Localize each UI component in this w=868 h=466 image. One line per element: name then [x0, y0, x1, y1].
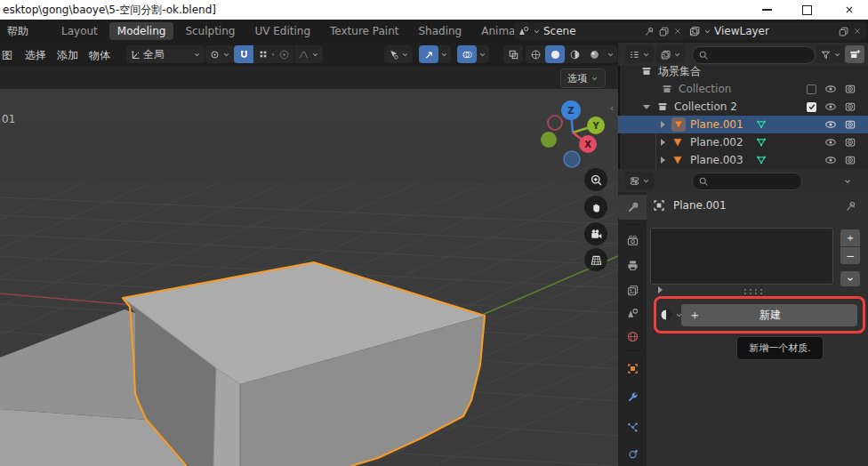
- select-menu[interactable]: 选择: [25, 48, 46, 63]
- menu-help[interactable]: 帮助: [0, 20, 36, 43]
- new-collection-button[interactable]: [845, 45, 864, 63]
- overlays-dropdown[interactable]: [457, 45, 489, 63]
- add-menu[interactable]: 添加: [57, 48, 78, 63]
- chevron-down-icon[interactable]: [607, 51, 615, 59]
- close-button[interactable]: [834, 0, 864, 20]
- view-layer-selector[interactable]: ViewLayer: [685, 22, 866, 40]
- tab-world[interactable]: [618, 324, 647, 349]
- eye-icon[interactable]: [824, 136, 837, 149]
- tab-object[interactable]: [618, 356, 647, 381]
- add-slot-button[interactable]: ＋: [840, 229, 860, 246]
- view-menu[interactable]: 图: [2, 48, 12, 63]
- expand-triangle-icon[interactable]: [661, 121, 665, 128]
- slot-specials-dropdown[interactable]: [840, 271, 860, 286]
- pin-icon[interactable]: [644, 26, 655, 37]
- mesh-object-icon: [671, 136, 684, 149]
- expand-triangle-icon[interactable]: [661, 157, 665, 164]
- resize-grip[interactable]: [743, 288, 763, 294]
- workspace-tab-shading[interactable]: Shading: [410, 22, 470, 40]
- view-layer-icon: [626, 284, 639, 297]
- properties-search-input[interactable]: [692, 173, 802, 190]
- tab-view-layer[interactable]: [618, 277, 647, 302]
- eye-icon[interactable]: [824, 118, 837, 131]
- tab-tool[interactable]: [618, 195, 647, 220]
- filter-dropdown[interactable]: [816, 45, 845, 63]
- navigation-gizmo[interactable]: Z Y X: [532, 92, 614, 173]
- workspace-tab-modeling[interactable]: Modeling: [109, 22, 174, 40]
- tab-render[interactable]: [618, 228, 647, 253]
- collapse-triangle-icon[interactable]: [643, 105, 650, 109]
- xray-toggle[interactable]: [503, 45, 523, 63]
- eye-icon[interactable]: [824, 154, 837, 166]
- camera-visibility-icon[interactable]: [844, 118, 856, 131]
- proportional-falloff-dropdown[interactable]: [294, 45, 323, 63]
- outliner-row-collection[interactable]: Collection: [618, 80, 868, 98]
- chevron-down-icon[interactable]: [843, 177, 852, 186]
- cursor-select-icon: [388, 49, 399, 60]
- display-mode-dropdown[interactable]: [656, 45, 685, 63]
- outliner-row-scene-collection[interactable]: 场景集合: [618, 62, 868, 80]
- tab-output[interactable]: [618, 253, 647, 277]
- transform-orientation-dropdown[interactable]: 全局: [126, 45, 205, 63]
- outliner-row-collection2[interactable]: Collection 2: [618, 98, 868, 116]
- viewport-3d[interactable]: 01 ‹ Z Y X: [0, 89, 618, 466]
- shading-rendered-button[interactable]: [584, 45, 604, 63]
- chevron-down-icon: [478, 51, 486, 59]
- view-layer-name[interactable]: ViewLayer: [714, 25, 835, 37]
- zoom-button[interactable]: [584, 168, 607, 191]
- tab-scene[interactable]: [618, 301, 647, 325]
- remove-view-layer-icon[interactable]: [852, 26, 863, 36]
- eye-icon[interactable]: [824, 100, 837, 113]
- eye-icon[interactable]: [824, 83, 837, 95]
- tab-physics[interactable]: [618, 441, 647, 466]
- perspective-toggle-button[interactable]: [584, 248, 607, 271]
- panel-expand-triangle[interactable]: [658, 286, 663, 293]
- shading-solid-button[interactable]: [545, 45, 565, 63]
- breadcrumb-object-name[interactable]: Plane.001: [673, 199, 727, 212]
- camera-visibility-icon[interactable]: [844, 83, 856, 95]
- camera-visibility-icon[interactable]: [844, 100, 856, 113]
- camera-visibility-icon[interactable]: [844, 154, 856, 166]
- tab-modifiers[interactable]: [618, 384, 647, 409]
- material-slots-list[interactable]: [650, 228, 833, 285]
- snap-toggle[interactable]: [234, 45, 253, 63]
- outliner-row-plane003[interactable]: Plane.003: [618, 151, 868, 169]
- workspace-tab-sculpting[interactable]: Sculpting: [177, 22, 243, 40]
- viewport-header: 图 选择 添加 物体 全局: [0, 43, 618, 66]
- object-menu[interactable]: 物体: [89, 48, 110, 63]
- pivot-point-dropdown[interactable]: [205, 45, 234, 63]
- camera-view-button[interactable]: [584, 222, 607, 245]
- camera-visibility-icon[interactable]: [844, 136, 856, 149]
- shading-material-button[interactable]: [565, 45, 584, 63]
- editor-type-dropdown[interactable]: [625, 45, 654, 63]
- expand-triangle-icon[interactable]: [661, 139, 665, 146]
- outliner-search-input[interactable]: [692, 46, 816, 64]
- remove-slot-button[interactable]: −: [840, 247, 860, 264]
- pan-button[interactable]: [584, 196, 607, 219]
- scene-name[interactable]: Scene: [543, 25, 641, 37]
- world-icon: [626, 330, 639, 343]
- scene-selector[interactable]: Scene: [514, 22, 687, 40]
- tab-particles[interactable]: [618, 414, 647, 439]
- collection-checkbox[interactable]: [807, 84, 816, 94]
- proportional-editing-toggle[interactable]: [274, 45, 293, 63]
- new-view-layer-icon[interactable]: [838, 26, 849, 37]
- workspace-tab-uv-editing[interactable]: UV Editing: [246, 22, 318, 40]
- editor-type-dropdown[interactable]: [625, 172, 654, 189]
- object-icon: [652, 198, 666, 213]
- options-button[interactable]: 选项: [560, 68, 606, 88]
- maximize-button[interactable]: [792, 0, 822, 20]
- minimize-button[interactable]: [751, 0, 782, 20]
- shading-wireframe-button[interactable]: [526, 45, 545, 63]
- workspace-tab-texture-paint[interactable]: Texture Paint: [322, 22, 406, 40]
- workspace-tab-layout[interactable]: Layout: [53, 22, 106, 40]
- gizmo-arrow-icon: [419, 45, 438, 63]
- gizmos-dropdown[interactable]: [419, 45, 451, 63]
- outliner-row-plane002[interactable]: Plane.002: [618, 133, 868, 151]
- unlink-scene-icon[interactable]: [672, 26, 683, 36]
- collection2-checkbox[interactable]: [807, 102, 816, 112]
- pin-icon[interactable]: [845, 200, 857, 213]
- new-scene-icon[interactable]: [658, 26, 670, 37]
- show-gizmo-dropdown[interactable]: [384, 45, 413, 63]
- outliner-row-plane001[interactable]: Plane.001: [618, 116, 868, 133]
